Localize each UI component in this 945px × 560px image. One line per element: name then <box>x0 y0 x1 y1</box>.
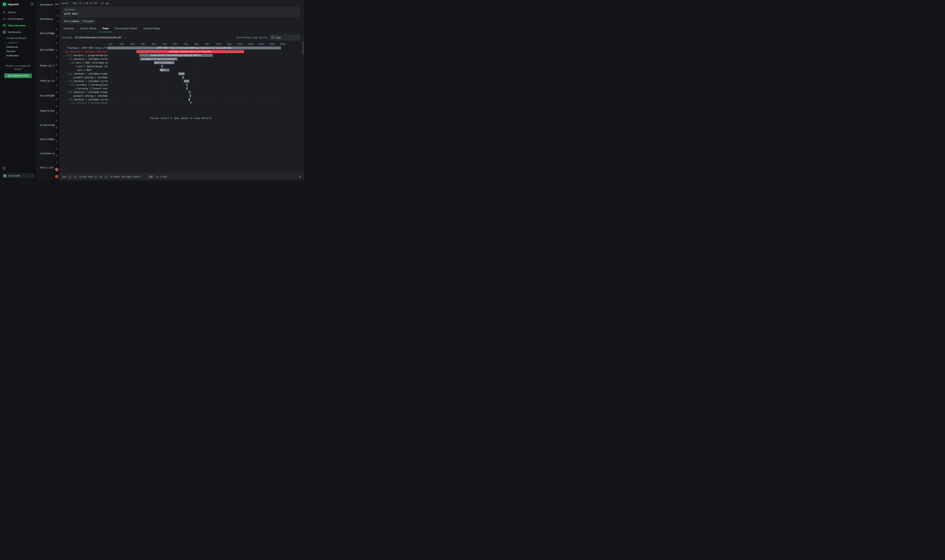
map-pin-icon[interactable] <box>55 77 58 80</box>
session-list-item[interactable]: Anonymous <box>40 17 59 20</box>
span-bar[interactable]: POST /oteldemo.Cart <box>154 61 174 64</box>
sidebar-item-search[interactable]: Search <box>0 9 36 16</box>
search-input[interactable]: Sea <box>55 14 59 17</box>
trace-row[interactable]: ⌄(2)cart | POST /oteldemo.CartSe…POST /o… <box>59 61 300 65</box>
tab-column-values[interactable]: Column Values <box>77 26 99 32</box>
avatar[interactable] <box>55 175 59 178</box>
span-bar[interactable]: oteldemo.Curr <box>188 98 190 101</box>
close-icon[interactable]: ✕ <box>299 175 301 178</box>
map-pin-icon[interactable] <box>55 154 58 157</box>
span-bar[interactable]: oteldemo.CurrencySe <box>184 80 189 83</box>
trace-row[interactable]: frontend | HTTP POST http://frontend:…HT… <box>59 46 300 50</box>
chevron-down-icon[interactable]: ⌄ <box>69 62 70 64</box>
tab-trace[interactable]: Trace <box>99 26 112 32</box>
tab-surrounding-context[interactable]: Surrounding Context <box>112 26 140 32</box>
span-bar[interactable] <box>190 102 192 103</box>
tab-session-replay[interactable]: Session Replay <box>140 26 163 32</box>
span-bar[interactable]: oteldemo.ProductCat <box>178 72 185 75</box>
map-pin-icon[interactable] <box>55 119 58 122</box>
map-pin-icon[interactable] <box>55 84 58 87</box>
trace-row[interactable]: ▤cart | GetCartAsync called… <box>59 65 300 68</box>
trace-row[interactable]: ⌄(1)currency | Currency/Convert <box>59 102 300 103</box>
map-pin-icon[interactable] <box>55 28 58 31</box>
map-pin-icon[interactable] <box>55 56 58 58</box>
chevron-down-icon[interactable]: ⌄ <box>69 102 70 104</box>
chevron-down-icon[interactable]: ⌄ <box>67 91 68 93</box>
tab-overview[interactable]: Overview <box>60 26 77 32</box>
trace-row[interactable]: ⌄(1)checkout | oteldemo.ProductCat… <box>59 90 300 94</box>
map-pin-icon[interactable] <box>55 140 58 143</box>
log-source-select[interactable]: Logs ⌄ <box>270 35 300 40</box>
tick-label: 140ms <box>259 43 264 45</box>
tick-label: 150ms <box>269 43 275 45</box>
sidebar-item-client-sessions[interactable]: Client Sessions <box>0 22 36 29</box>
trace-row[interactable]: ⌄(1)checkout | oteldemo.CurrencySe…oteld… <box>59 98 300 102</box>
trace-row[interactable]: product-catalog | oteldemo.Prod… <box>59 75 300 79</box>
chevron-down-icon[interactable]: ⌄ <box>67 73 68 75</box>
sidebar-item-chart-explorer[interactable]: Chart Explorer <box>0 16 36 22</box>
map-pin-icon[interactable] <box>55 42 58 45</box>
span-label: checkout | oteldemo.CheckoutServic… <box>69 51 108 53</box>
span-bar[interactable] <box>182 76 184 79</box>
map-pin-icon[interactable] <box>55 98 58 101</box>
trace-row[interactable]: ⌄(1)checkout | oteldemo.CartServic…oteld… <box>59 57 300 61</box>
preset-item-services[interactable]: Services <box>0 49 36 54</box>
get-started-button[interactable]: Get Started for Free <box>4 74 32 78</box>
span-bar[interactable]: HTTP POST http://frontend:8080/api/check… <box>108 46 281 49</box>
span-bar[interactable] <box>189 91 190 94</box>
avatar[interactable] <box>55 168 59 171</box>
map-pin-icon[interactable] <box>55 63 58 66</box>
chevron-down-icon[interactable]: ⌄ <box>67 58 68 60</box>
span-bar[interactable]: oteldemo.CheckoutService/PlaceOrder <box>136 50 244 53</box>
session-list-item[interactable]: Kieran92@h <box>40 94 59 97</box>
preset-item-kubernetes[interactable]: Kubernetes <box>0 54 36 58</box>
map-pin-icon[interactable] <box>55 105 58 108</box>
span-label: checkout | oteldemo.CurrencySe… <box>74 98 108 101</box>
map-pin-icon[interactable] <box>55 91 58 94</box>
span-bar[interactable] <box>161 65 163 68</box>
span-bar[interactable]: prepareOrderItemsAndShippingQuoteFromCar… <box>139 54 213 57</box>
map-pin-icon[interactable] <box>55 126 58 129</box>
trace-row[interactable]: ⌄(1)checkout | oteldemo.CurrencySe…oteld… <box>59 79 300 83</box>
span-bar[interactable] <box>190 94 191 97</box>
trace-row[interactable]: ⌄(11)checkout | prepareOrderItemsAnd…pre… <box>59 54 300 57</box>
span-bar[interactable]: HGET <box>160 69 170 71</box>
map-pin-icon[interactable] <box>55 35 58 37</box>
chevron-down-icon[interactable]: ⌄ <box>67 98 68 101</box>
map-pin-icon[interactable] <box>55 133 58 135</box>
trace-row[interactable]: product-catalog | oteldemo.Prod… <box>59 94 300 98</box>
help-button[interactable]: ? <box>2 166 6 171</box>
chevron-down-icon[interactable]: ⌄ <box>69 84 70 86</box>
session-list-item[interactable]: Deion37@gm <box>40 32 59 35</box>
span-label: checkout | oteldemo.ProductCat… <box>74 72 108 75</box>
span-bar[interactable] <box>186 83 188 86</box>
chevron-up-icon[interactable]: ⌃ <box>32 31 33 34</box>
preset-item-clickhouse[interactable]: Clickhouse <box>0 45 36 49</box>
vertical-scrollbar[interactable] <box>302 41 304 55</box>
trace-row[interactable]: ▤currency | Convert convers… <box>59 87 300 90</box>
trace-row[interactable]: cart | HGETHGET <box>59 68 300 72</box>
chevron-down-icon[interactable]: ⌄ <box>63 51 64 53</box>
chevron-down-icon[interactable]: ⌄ <box>67 80 68 82</box>
session-list-item[interactable]: Shaniya.Sc <box>40 79 59 82</box>
map-pin-icon[interactable] <box>55 70 58 72</box>
create-dashboard-button[interactable]: + Create Dashboard <box>0 35 36 40</box>
map-pin-icon[interactable] <box>55 112 58 114</box>
span-label: currency | Currency/Convert <box>76 83 108 86</box>
local-mode-button[interactable]: U Local mode › <box>2 173 34 178</box>
map-pin-icon[interactable] <box>55 161 58 164</box>
chevron-down-icon[interactable]: ⌄ <box>65 54 66 56</box>
trace-row[interactable]: ⌄(2)checkout | oteldemo.CheckoutServic…o… <box>59 50 300 54</box>
service-name-chip[interactable]: ServiceName: frontend <box>62 19 96 24</box>
trace-row[interactable]: ⌄(1)currency | Currency/Convert <box>59 83 300 87</box>
span-bar[interactable] <box>186 87 188 90</box>
sidebar-collapse-icon[interactable] <box>31 3 34 6</box>
footer-text: to close <box>156 175 167 178</box>
child-count: (1) <box>69 80 73 83</box>
span-bar[interactable]: oteldemo.CartService/GetCart <box>140 58 178 60</box>
map-pin-icon[interactable] <box>55 49 58 51</box>
map-pin-icon[interactable] <box>55 147 58 150</box>
sidebar-item-dashboards[interactable]: Dashboards ⌃ <box>0 29 36 35</box>
trace-row[interactable]: ⌄(1)checkout | oteldemo.ProductCat…oteld… <box>59 72 300 75</box>
edit-pencil-icon[interactable]: ✎ <box>123 36 127 39</box>
